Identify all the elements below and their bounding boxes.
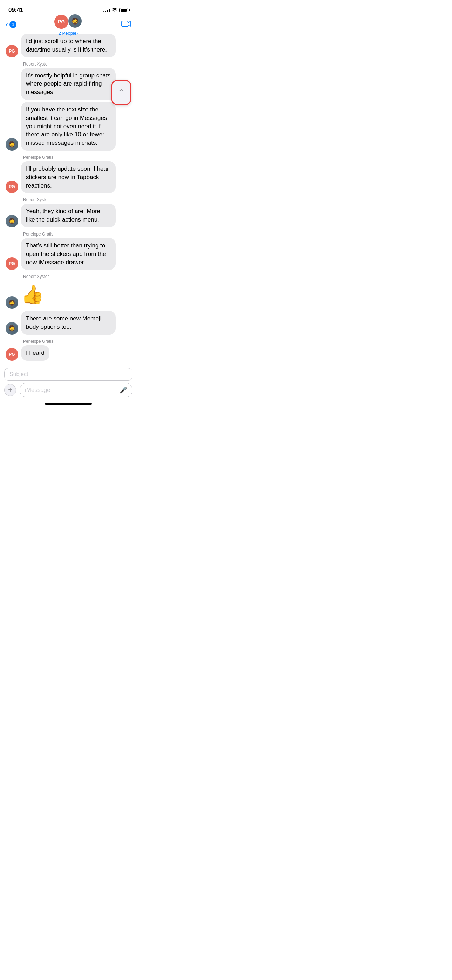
battery-icon <box>119 8 128 12</box>
sender-label: Penelope Gratis <box>23 339 131 344</box>
sender-label: Penelope Gratis <box>23 232 131 237</box>
add-attachment-button[interactable]: + <box>4 384 16 396</box>
sender-label: Robert Xyster <box>23 274 131 279</box>
message-bubble: There are some new Memoji body options t… <box>21 311 116 335</box>
message-bubble: If you have the text size the smallest i… <box>21 102 116 151</box>
message-row: Penelope Gratis PG That's still better t… <box>0 229 137 270</box>
avatar-pg-small: PG <box>6 348 18 361</box>
avatar-rx-small: 🧔 <box>6 215 18 228</box>
home-bar <box>45 403 92 405</box>
message-row: 🧔 There are some new Memoji body options… <box>0 310 137 336</box>
status-time: 09:41 <box>8 7 23 14</box>
back-chevron-icon: ‹ <box>6 21 8 29</box>
home-indicator <box>0 400 137 406</box>
message-row: 🧔 If you have the text size the smallest… <box>0 101 137 151</box>
subject-placeholder: Subject <box>10 371 28 377</box>
scroll-up-chevron-icon: ⌃ <box>118 88 124 97</box>
scroll-up-button[interactable]: ⌃ <box>111 80 131 105</box>
video-call-button[interactable] <box>121 20 131 29</box>
message-bubble: It's mostly helpful in group chats where… <box>21 68 116 100</box>
microphone-icon[interactable]: 🎤 <box>119 386 127 394</box>
avatar-pg: PG <box>54 15 68 29</box>
sender-label: Robert Xyster <box>23 62 131 67</box>
avatar-rx-small: 🧔 <box>6 296 18 309</box>
avatar-pg-small: PG <box>6 45 18 57</box>
message-placeholder: iMessage <box>25 387 51 394</box>
status-icons <box>103 8 128 12</box>
message-bubble-emoji: 👍 <box>21 280 44 309</box>
message-input-row: + iMessage 🎤 <box>4 383 132 398</box>
avatars-row: PG 🧔 <box>54 14 82 30</box>
avatar-rx-small: 🧔 <box>6 138 18 151</box>
message-row: Penelope Gratis PG I'll probably update … <box>0 152 137 194</box>
message-bubble: That's still better than trying to open … <box>21 238 116 270</box>
avatar-rx: 🧔 <box>68 14 82 29</box>
svg-rect-0 <box>122 21 128 27</box>
subject-field[interactable]: Subject <box>4 368 132 381</box>
sender-label: Penelope Gratis <box>23 155 131 160</box>
message-row: Robert Xyster 🧔 Yeah, they kind of are. … <box>0 194 137 228</box>
nav-center[interactable]: PG 🧔 2 People › <box>54 14 82 36</box>
wifi-icon <box>112 8 118 12</box>
back-button[interactable]: ‹ 1 <box>6 21 16 29</box>
message-input[interactable]: iMessage 🎤 <box>20 383 132 398</box>
plus-icon: + <box>8 386 12 394</box>
avatar-pg-small: PG <box>6 180 18 193</box>
input-area: Subject + iMessage 🎤 <box>0 365 137 400</box>
avatar-rx-small: 🧔 <box>6 322 18 335</box>
message-bubble: I'll probably update soon. I hear sticke… <box>21 161 116 193</box>
message-row: Robert Xyster 🧔 👍 <box>0 271 137 310</box>
message-row: Penelope Gratis PG I heard <box>0 336 137 361</box>
message-bubble: I heard <box>21 345 49 361</box>
message-row: PG I'd just scroll up to where the date/… <box>0 33 137 58</box>
back-badge: 1 <box>10 21 16 28</box>
message-bubble: I'd just scroll up to where the date/tim… <box>21 33 116 57</box>
signal-icon <box>103 8 110 12</box>
nav-bar: ‹ 1 PG 🧔 2 People › <box>0 18 137 33</box>
sender-label: Robert Xyster <box>23 197 131 202</box>
avatar-pg-small: PG <box>6 257 18 270</box>
message-bubble: Yeah, they kind of are. More like the qu… <box>21 204 116 228</box>
nav-people-label[interactable]: 2 People › <box>59 30 78 36</box>
